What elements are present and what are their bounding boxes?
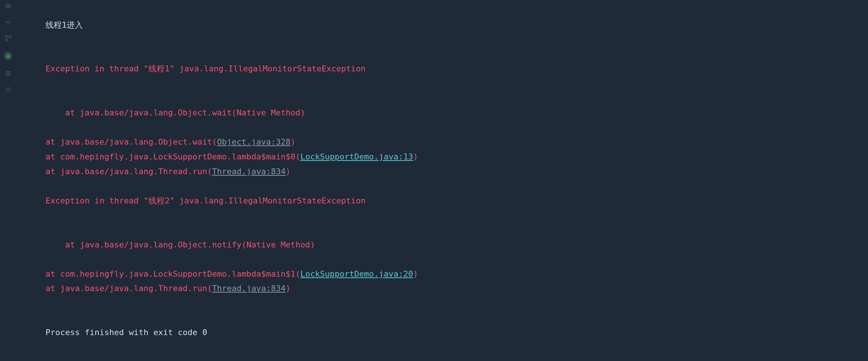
output-text: 线程1进入 — [46, 20, 83, 30]
console-line-exception: Exception in thread "线程2" java.lang.Ille… — [26, 179, 858, 223]
console-line-exit: Process finished with exit code 0 — [26, 310, 858, 354]
source-link-external[interactable]: Object.java:328 — [217, 137, 291, 146]
svg-rect-3 — [6, 36, 7, 38]
console-line-stacktrace: at java.base/java.lang.Object.wait(Objec… — [26, 135, 858, 149]
console-line-output: 线程1进入 — [26, 3, 858, 47]
svg-rect-5 — [6, 39, 7, 41]
exit-code-text: Process finished with exit code 0 — [46, 328, 207, 337]
svg-rect-4 — [9, 36, 11, 38]
stacktrace-prefix: at java.base/java.lang.Thread.run( — [26, 167, 212, 176]
blank-line — [26, 296, 858, 311]
stacktrace-prefix: at java.base/java.lang.Object.wait( — [26, 137, 217, 146]
stacktrace-suffix: ) — [413, 269, 418, 279]
console-output[interactable]: 线程1进入 Exception in thread "线程1" java.lan… — [16, 0, 868, 361]
svg-point-11 — [7, 74, 8, 75]
caret-down-icon[interactable] — [5, 19, 11, 25]
console-line-stacktrace: at com.hepingfly.java.LockSupportDemo.la… — [26, 149, 858, 164]
svg-rect-0 — [6, 4, 11, 5]
stacktrace-text: at java.base/java.lang.Object.notify(Nat… — [46, 240, 315, 249]
source-link-project[interactable]: LockSupportDemo.java:13 — [300, 152, 413, 161]
console-line-stacktrace: at java.base/java.lang.Object.wait(Nativ… — [26, 91, 858, 135]
console-line-stacktrace: at java.base/java.lang.Thread.run(Thread… — [26, 164, 858, 179]
stacktrace-prefix: at com.hepingfly.java.LockSupportDemo.la… — [26, 152, 300, 161]
exception-text: Exception in thread "线程1" java.lang.Ille… — [46, 64, 366, 73]
stacktrace-suffix: ) — [413, 152, 418, 161]
source-link-external[interactable]: Thread.java:834 — [212, 284, 286, 293]
stacktrace-prefix: at java.base/java.lang.Thread.run( — [26, 284, 212, 293]
console-gutter — [0, 0, 16, 361]
console-line-stacktrace: at com.hepingfly.java.LockSupportDemo.la… — [26, 267, 858, 281]
svg-point-10 — [9, 73, 10, 74]
svg-rect-1 — [6, 6, 11, 6]
pin-icon[interactable] — [5, 87, 11, 92]
menu-icon[interactable] — [5, 3, 11, 9]
svg-rect-12 — [6, 88, 10, 91]
stacktrace-prefix: at com.hepingfly.java.LockSupportDemo.la… — [26, 269, 300, 279]
console-line-exception: Exception in thread "线程1" java.lang.Ille… — [26, 47, 858, 91]
download-icon[interactable] — [4, 52, 12, 60]
stacktrace-text: at java.base/java.lang.Object.wait(Nativ… — [46, 108, 305, 117]
console-line-stacktrace: at java.base/java.lang.Object.notify(Nat… — [26, 223, 858, 267]
stacktrace-suffix: ) — [286, 167, 290, 176]
svg-point-9 — [7, 71, 8, 72]
source-link-external[interactable]: Thread.java:834 — [212, 167, 286, 176]
settings-icon[interactable] — [5, 70, 11, 76]
structure-icon[interactable] — [5, 36, 11, 41]
stacktrace-suffix: ) — [286, 284, 290, 293]
exception-text: Exception in thread "线程2" java.lang.Ille… — [46, 196, 366, 205]
source-link-project[interactable]: LockSupportDemo.java:20 — [300, 269, 413, 279]
svg-rect-2 — [6, 7, 11, 8]
console-line-stacktrace: at java.base/java.lang.Thread.run(Thread… — [26, 281, 858, 296]
stacktrace-suffix: ) — [290, 137, 295, 146]
